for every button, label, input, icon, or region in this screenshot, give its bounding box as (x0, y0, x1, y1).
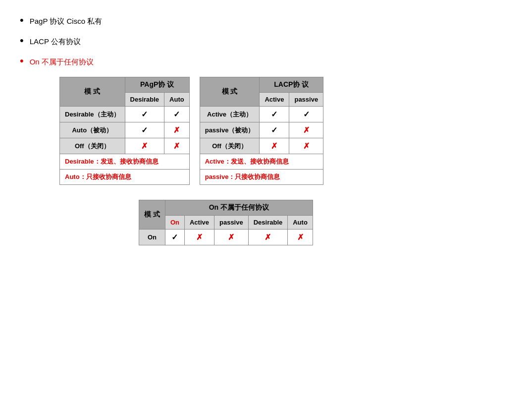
pagp-col2-header: Auto (164, 93, 190, 107)
pagp-mode-header: 模 式 (60, 77, 125, 107)
lacp-row-2-c1: ✗ (260, 138, 289, 154)
lacp-row-1: passive（被动） ✓ ✗ (200, 122, 323, 138)
lacp-row-0-c1: ✓ (260, 107, 289, 122)
lacp-note1-row: Active：发送、接收协商信息 (200, 154, 323, 170)
pagp-note2-row: Auto：只接收协商信息 (60, 170, 190, 185)
lacp-row-1-label: passive（被动） (200, 122, 260, 138)
pagp-row-1-label: Auto（被动） (60, 122, 125, 138)
bullet-item-3: • On 不属于任何协议 (20, 56, 512, 67)
on-mode-header: 模 式 (139, 200, 165, 230)
on-row-0-c0: ✓ (165, 230, 184, 245)
lacp-note2: passive：只接收协商信息 (200, 170, 323, 185)
lacp-row-0-c2: ✓ (289, 107, 323, 122)
lacp-mode-header: 模 式 (200, 77, 260, 107)
bullet-text-3: On 不属于任何协议 (30, 58, 94, 67)
on-row-0: On ✓ ✗ ✗ ✗ ✗ (139, 230, 313, 245)
pagp-row-0-c1: ✓ (125, 107, 164, 122)
lacp-col1-header: Active (260, 93, 289, 107)
on-table: 模 式 On 不属于任何协议 On Active passive Desirab… (139, 200, 313, 245)
pagp-row-1: Auto（被动） ✓ ✗ (60, 122, 190, 138)
lacp-note1: Active：发送、接收协商信息 (200, 154, 323, 170)
lacp-row-2-c2: ✗ (289, 138, 323, 154)
lacp-row-2-label: Off（关闭） (200, 138, 260, 154)
pagp-row-2: Off（关闭） ✗ ✗ (60, 138, 190, 154)
on-col-on: On (165, 216, 184, 230)
on-row-0-c2: ✗ (214, 230, 248, 245)
pagp-row-1-c2: ✗ (164, 122, 190, 138)
pagp-row-2-label: Off（关闭） (60, 138, 125, 154)
on-row-0-c1: ✗ (184, 230, 214, 245)
on-col-passive: passive (214, 216, 248, 230)
pagp-col1-header: Desirable (125, 93, 164, 107)
bullet-dot-1: • (20, 15, 24, 26)
bullet-item-2: • LACP 公有协议 (20, 35, 512, 47)
pagp-row-0-c2: ✓ (164, 107, 190, 122)
lacp-row-0: Active（主动） ✓ ✓ (200, 107, 323, 122)
on-row-0-c4: ✗ (288, 230, 313, 245)
on-row-0-c3: ✗ (248, 230, 288, 245)
pagp-note1: Desirable：发送、接收协商信息 (60, 154, 190, 170)
on-row-0-label: On (139, 230, 165, 245)
bullet-text-1: PagP 协议 Cisco 私有 (30, 17, 102, 26)
on-col-active: Active (184, 216, 214, 230)
lacp-row-1-c2: ✗ (289, 122, 323, 138)
on-col-desirable: Desirable (248, 216, 288, 230)
pagp-row-0: Desirable（主动） ✓ ✓ (60, 107, 190, 122)
lacp-row-0-label: Active（主动） (200, 107, 260, 122)
bullet-dot-3: • (20, 56, 24, 66)
pagp-protocol-header: PAgP协 议 (125, 77, 189, 93)
bullet-item-1: • PagP 协议 Cisco 私有 (20, 15, 512, 26)
lacp-row-1-c1: ✓ (260, 122, 289, 138)
lacp-table: 模 式 LACP协 议 Active passive Active（主动） ✓ … (200, 77, 323, 185)
pagp-row-2-c2: ✗ (164, 138, 190, 154)
on-table-wrap: 模 式 On 不属于任何协议 On Active passive Desirab… (139, 200, 512, 245)
pagp-note2: Auto：只接收协商信息 (60, 170, 190, 185)
pagp-row-0-label: Desirable（主动） (60, 107, 125, 122)
bullet-list: • PagP 协议 Cisco 私有 • LACP 公有协议 • On 不属于任… (20, 15, 512, 67)
bullet-dot-2: • (20, 35, 24, 46)
lacp-protocol-header: LACP协 议 (260, 77, 323, 93)
lacp-col2-header: passive (289, 93, 323, 107)
pagp-row-1-c1: ✓ (125, 122, 164, 138)
pagp-row-2-c1: ✗ (125, 138, 164, 154)
on-col-auto: Auto (288, 216, 313, 230)
protocol-tables-row: 模 式 PAgP协 议 Desirable Auto Desirable（主动）… (59, 77, 512, 185)
lacp-note2-row: passive：只接收协商信息 (200, 170, 323, 185)
bullet-text-2: LACP 公有协议 (30, 37, 81, 47)
pagp-note1-row: Desirable：发送、接收协商信息 (60, 154, 190, 170)
pagp-table: 模 式 PAgP协 议 Desirable Auto Desirable（主动）… (59, 77, 190, 185)
on-protocol-header: On 不属于任何协议 (165, 200, 313, 216)
lacp-row-2: Off（关闭） ✗ ✗ (200, 138, 323, 154)
